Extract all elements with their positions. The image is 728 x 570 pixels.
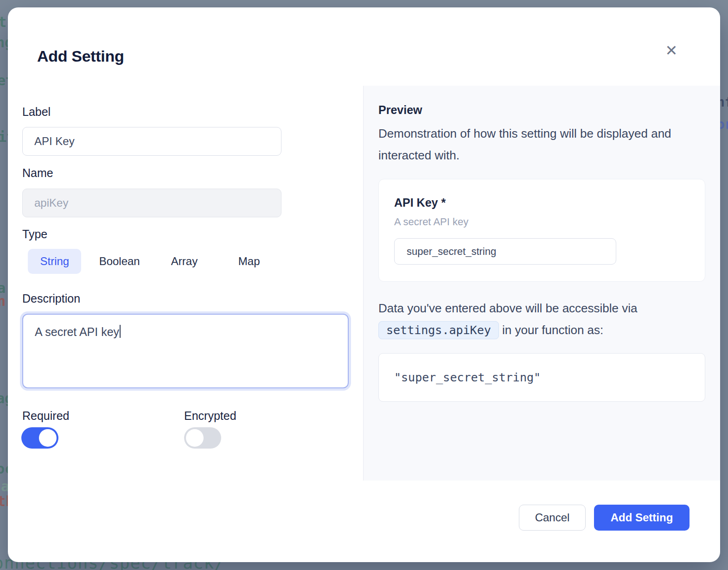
label-input[interactable] [22, 127, 281, 156]
required-toggle[interactable] [21, 427, 58, 449]
encrypted-toggle[interactable] [184, 427, 221, 449]
preview-value-input[interactable] [394, 238, 616, 265]
preview-heading: Preview [378, 103, 705, 117]
close-icon[interactable]: ✕ [661, 40, 682, 61]
encrypted-label: Encrypted [184, 409, 236, 423]
add-setting-dialog: Add Setting ✕ Label Name Type String Boo… [8, 7, 720, 562]
name-input [22, 189, 281, 217]
preview-panel: Preview Demonstration of how this settin… [363, 86, 720, 481]
required-label: Required [22, 409, 69, 423]
access-description: Data you've entered above will be access… [378, 298, 694, 341]
access-text-after: in your function as: [502, 323, 603, 337]
type-tab-boolean-label: Boolean [87, 249, 152, 274]
background-code-fragment: t [0, 14, 6, 30]
preview-card: API Key * A secret API key [378, 179, 705, 282]
type-tab-map[interactable]: Map [217, 248, 281, 274]
description-text: A secret API key [35, 325, 119, 338]
code-output-text: "super_secret_string" [394, 371, 541, 384]
description-field-label: Description [22, 291, 80, 305]
type-field-label: Type [22, 227, 47, 241]
toggle-knob [186, 429, 204, 447]
code-output-box: "super_secret_string" [378, 353, 705, 402]
description-textarea[interactable]: A secret API key [22, 314, 349, 388]
preview-card-title: API Key * [394, 196, 690, 209]
name-field-label: Name [22, 166, 53, 180]
toggle-knob [39, 429, 57, 447]
type-tabs: String Boolean Array Map [22, 248, 281, 274]
preview-description: Demonstration of how this setting will b… [378, 123, 689, 166]
type-tab-map-label: Map [226, 249, 272, 274]
type-tab-boolean[interactable]: Boolean [87, 248, 152, 274]
type-tab-string-label: String [28, 249, 81, 274]
add-setting-button[interactable]: Add Setting [594, 505, 690, 531]
label-field-label: Label [22, 105, 51, 119]
dialog-title: Add Setting [37, 47, 124, 65]
type-tab-string[interactable]: String [22, 248, 87, 274]
preview-card-subtitle: A secret API key [394, 216, 690, 228]
type-tab-array-label: Array [159, 249, 210, 274]
cancel-button[interactable]: Cancel [519, 505, 586, 531]
settings-key-chip: settings.apiKey [378, 321, 499, 339]
access-text-before: Data you've entered above will be access… [378, 301, 638, 315]
text-cursor [120, 325, 121, 338]
type-tab-array[interactable]: Array [152, 248, 217, 274]
